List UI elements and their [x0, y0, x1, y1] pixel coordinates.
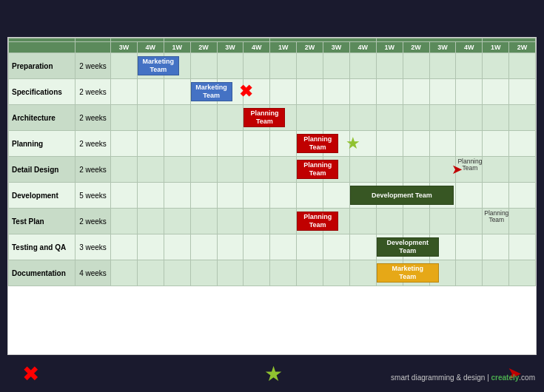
- gantt-cell: PlanningTeam: [244, 105, 270, 131]
- gantt-cell: [111, 53, 138, 79]
- week-1w-oct: 1W: [270, 42, 297, 53]
- gantt-cell: [164, 260, 190, 286]
- gantt-cell: [137, 79, 164, 105]
- gantt-cell: [509, 157, 536, 183]
- gantt-cell: [509, 209, 536, 234]
- gantt-cell: [217, 183, 244, 209]
- gantt-cell: MarketingTeam: [137, 53, 164, 79]
- gantt-cell: [164, 157, 190, 183]
- gantt-cell: [376, 105, 403, 131]
- gantt-cell: [137, 234, 164, 260]
- gantt-bar: PlanningTeam: [297, 134, 338, 153]
- gantt-cell: [483, 157, 509, 183]
- gantt-cell: [456, 105, 483, 131]
- gantt-cell: [403, 79, 429, 105]
- gantt-cell: [190, 209, 217, 234]
- duration-cell: 2 weeks: [75, 105, 111, 131]
- gantt-cell: [244, 131, 270, 157]
- gantt-cell: [349, 234, 376, 260]
- duration-cell: 4 weeks: [75, 260, 111, 286]
- gantt-cell: [323, 260, 350, 286]
- gantt-cell: [376, 209, 403, 234]
- gantt-cell: DevelopmentTeam: [376, 234, 403, 260]
- gantt-cell: [244, 157, 270, 183]
- week-header-row: 3W 4W 1W 2W 3W 4W 1W 2W 3W 4W 1W 2W 3W 4…: [9, 42, 536, 53]
- duration-cell: 2 weeks: [75, 53, 111, 79]
- floating-label: PlanningTeam: [484, 210, 508, 224]
- gantt-cell: MarketingTeam: [190, 79, 217, 105]
- gantt-cell: [349, 157, 376, 183]
- gantt-cell: [137, 260, 164, 286]
- gantt-cell: [376, 79, 403, 105]
- gantt-bar: Development Team: [350, 186, 454, 205]
- task-name-cell: Detail Design: [9, 157, 75, 183]
- gantt-cell: [190, 260, 217, 286]
- gantt-cell: [429, 79, 456, 105]
- gantt-bar: PlanningTeam: [244, 108, 285, 127]
- gantt-cell: [429, 131, 456, 157]
- table-row: Detail Design2 weeksPlanningTeam➤Plannin…: [9, 157, 536, 183]
- gantt-cell: [217, 105, 244, 131]
- week-4w-oct: 4W: [349, 42, 376, 53]
- gantt-cell: [190, 53, 217, 79]
- gantt-cell: [483, 79, 509, 105]
- gantt-cell: [270, 260, 297, 286]
- gantt-cell: [376, 157, 403, 183]
- gantt-cell: [323, 79, 350, 105]
- gantt-cell: PlanningTeam: [483, 209, 509, 234]
- star-icon: ★: [264, 362, 283, 386]
- gantt-bar: PlanningTeam: [297, 212, 338, 231]
- week-2w-nov: 2W: [403, 42, 429, 53]
- gantt-cell: [217, 53, 244, 79]
- x-icon: ✖: [22, 362, 39, 386]
- gantt-cell: [403, 209, 429, 234]
- gantt-cell: [403, 53, 429, 79]
- gantt-cell: [270, 209, 297, 234]
- gantt-bar: PlanningTeam: [297, 160, 338, 179]
- duration-cell: 5 weeks: [75, 183, 111, 209]
- gantt-cell: ➤PlanningTeam: [456, 157, 483, 183]
- week-3w-nov: 3W: [429, 42, 456, 53]
- gantt-cell: [190, 234, 217, 260]
- gantt-cell: [297, 234, 323, 260]
- gantt-cell: [429, 105, 456, 131]
- gantt-bar: MarketingTeam: [191, 82, 232, 101]
- week-4w-sep: 4W: [244, 42, 270, 53]
- gantt-cell: [270, 183, 297, 209]
- gantt-cell: [244, 234, 270, 260]
- gantt-cell: [456, 209, 483, 234]
- week-3w-aug: 3W: [111, 42, 138, 53]
- task-name-cell: Planning: [9, 131, 75, 157]
- gantt-cell: [297, 105, 323, 131]
- gantt-cell: [349, 79, 376, 105]
- gantt-cell: [483, 105, 509, 131]
- gantt-cell: [111, 260, 138, 286]
- week-4w-aug: 4W: [137, 42, 164, 53]
- gantt-cell: PlanningTeam: [297, 209, 323, 234]
- gantt-cell: [111, 209, 138, 234]
- gantt-cell: [323, 183, 350, 209]
- gantt-cell: [323, 105, 350, 131]
- gantt-cell: [270, 131, 297, 157]
- week-1w-sep: 1W: [164, 42, 190, 53]
- gantt-cell: PlanningTeam: [297, 131, 323, 157]
- gantt-cell: [111, 79, 138, 105]
- gantt-cell: [509, 234, 536, 260]
- gantt-cell: [270, 79, 297, 105]
- gantt-cell: [217, 131, 244, 157]
- star-marker: ★: [346, 134, 360, 153]
- week-4w-nov: 4W: [456, 42, 483, 53]
- gantt-cell: [323, 53, 350, 79]
- gantt-cell: [137, 157, 164, 183]
- task-name-cell: Preparation: [9, 53, 75, 79]
- gantt-cell: [270, 157, 297, 183]
- task-name-cell: Testing and QA: [9, 234, 75, 260]
- week-1w-nov: 1W: [376, 42, 403, 53]
- gantt-bar: DevelopmentTeam: [377, 237, 439, 257]
- gantt-cell: MarketingTeam: [376, 260, 403, 286]
- gantt-cell: [349, 105, 376, 131]
- gantt-cell: [270, 53, 297, 79]
- gantt-cell: [349, 260, 376, 286]
- table-row: Planning2 weeksPlanningTeam★: [9, 131, 536, 157]
- gantt-cell: [376, 53, 403, 79]
